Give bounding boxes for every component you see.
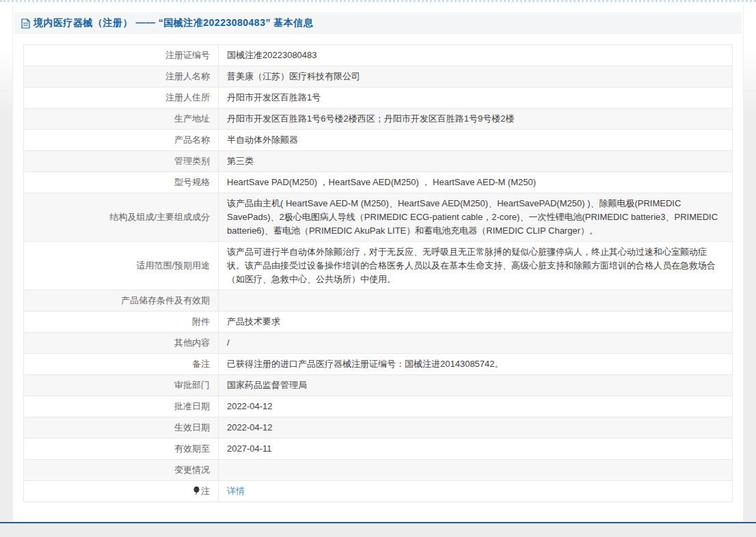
row-value: HeartSave PAD(M250) ，HeartSave AED(M250)…: [219, 172, 733, 193]
row-label: 适用范围/预期用途: [24, 242, 219, 290]
table-row: 产品储存条件及有效期: [24, 290, 733, 312]
page-header: 境内医疗器械（注册） —— “国械注准20223080483” 基本信息: [14, 12, 742, 34]
top-dotted-divider: [0, 0, 756, 2]
row-label: 注: [24, 481, 219, 502]
row-label: 批准日期: [24, 396, 219, 417]
row-label-text: 有效期至: [174, 443, 210, 454]
table-row: 生产地址丹阳市开发区百胜路1号6号楼2楼西区；丹阳市开发区百胜路1号9号楼2楼: [24, 109, 733, 130]
table-row: 产品名称半自动体外除颤器: [24, 130, 733, 151]
table-row: 注册人住所丹阳市开发区百胜路1号: [24, 87, 733, 109]
row-label-text: 注册人住所: [165, 92, 210, 102]
row-value: 半自动体外除颤器: [219, 130, 733, 151]
row-label: 注册人名称: [24, 66, 219, 87]
row-value: 2027-04-11: [219, 439, 733, 460]
row-label-text: 其他内容: [174, 338, 210, 348]
row-label: 产品名称: [24, 130, 219, 151]
row-value: 第三类: [219, 151, 733, 172]
table-row: 其他内容/: [24, 333, 733, 354]
row-label: 其他内容: [24, 333, 219, 354]
row-value: /: [219, 333, 733, 354]
row-value: 国械注准20223080483: [219, 45, 733, 66]
row-label: 备注: [24, 354, 219, 375]
row-value: 2022-04-12: [219, 417, 733, 439]
row-label-text: 审批部门: [174, 380, 210, 390]
row-label: 产品储存条件及有效期: [24, 290, 219, 312]
row-label-text: 注: [201, 486, 210, 496]
row-label: 管理类别: [24, 151, 219, 172]
row-value: 该产品由主机( HeartSave AED-M (M250)、HeartSave…: [219, 193, 733, 242]
row-label-text: 生效日期: [174, 422, 210, 432]
table-row: 注详情: [24, 481, 733, 502]
table-row: 附件产品技术要求: [24, 312, 733, 333]
page-title: 境内医疗器械（注册） —— “国械注准20223080483” 基本信息: [33, 17, 313, 29]
row-label-text: 批准日期: [174, 401, 210, 411]
footer-strip: [0, 523, 756, 537]
row-value: 2022-04-12: [219, 396, 733, 417]
row-label-text: 备注: [192, 359, 210, 369]
row-label-text: 结构及组成/主要组成成分: [109, 212, 210, 222]
row-label-text: 型号规格: [174, 177, 210, 187]
row-value: 普美康（江苏）医疗科技有限公司: [219, 66, 733, 87]
table-row: 注册人名称普美康（江苏）医疗科技有限公司: [24, 66, 733, 87]
row-value: 产品技术要求: [219, 312, 733, 333]
row-label: 注册人住所: [24, 87, 219, 109]
row-value: [219, 460, 733, 481]
row-label-text: 变更情况: [174, 465, 210, 475]
row-label-text: 注册证编号: [165, 50, 210, 60]
table-row: 备注已获得注册的进口产品医疗器械注册证编号：国械注进20143085742。: [24, 354, 733, 375]
row-label-text: 产品储存条件及有效期: [121, 295, 210, 305]
content-panel: 境内医疗器械（注册） —— “国械注准20223080483” 基本信息 注册证…: [12, 5, 744, 522]
row-label: 附件: [24, 312, 219, 333]
table-row: 变更情况: [24, 460, 733, 481]
row-value: 已获得注册的进口产品医疗器械注册证编号：国械注进20143085742。: [219, 354, 733, 375]
table-wrapper: 注册证编号国械注准20223080483注册人名称普美康（江苏）医疗科技有限公司…: [23, 44, 733, 502]
table-row: 生效日期2022-04-12: [24, 417, 733, 439]
table-row: 结构及组成/主要组成成分该产品由主机( HeartSave AED-M (M25…: [24, 193, 733, 242]
row-label-text: 附件: [192, 316, 210, 327]
row-label: 有效期至: [24, 439, 219, 460]
row-value: 该产品可进行半自动体外除颤治疗，对于无反应、无呼吸且无正常脉搏的疑似心脏骤停病人…: [219, 242, 733, 290]
row-value: 丹阳市开发区百胜路1号: [219, 87, 733, 109]
row-label: 生效日期: [24, 417, 219, 439]
balloon-icon: [193, 486, 201, 496]
row-label: 型号规格: [24, 172, 219, 193]
row-label: 生产地址: [24, 109, 219, 130]
row-value: [219, 290, 733, 312]
row-label-text: 管理类别: [174, 156, 210, 166]
row-label: 注册证编号: [24, 45, 219, 66]
table-row: 注册证编号国械注准20223080483: [24, 45, 733, 66]
row-label-text: 生产地址: [174, 113, 210, 124]
row-label-text: 适用范围/预期用途: [136, 260, 210, 271]
table-row: 审批部门国家药品监督管理局: [24, 375, 733, 396]
row-label: 结构及组成/主要组成成分: [24, 193, 219, 242]
table-row: 管理类别第三类: [24, 151, 733, 172]
detail-link[interactable]: 详情: [227, 486, 245, 496]
row-value: 详情: [219, 481, 733, 502]
document-icon: [21, 18, 30, 29]
table-row: 有效期至2027-04-11: [24, 439, 733, 460]
row-label: 审批部门: [24, 375, 219, 396]
info-table: 注册证编号国械注准20223080483注册人名称普美康（江苏）医疗科技有限公司…: [23, 44, 733, 502]
row-value: 丹阳市开发区百胜路1号6号楼2楼西区；丹阳市开发区百胜路1号9号楼2楼: [219, 109, 733, 130]
row-value: 国家药品监督管理局: [219, 375, 733, 396]
table-row: 批准日期2022-04-12: [24, 396, 733, 417]
row-label-text: 产品名称: [174, 135, 210, 145]
row-label: 变更情况: [24, 460, 219, 481]
row-label-text: 注册人名称: [165, 71, 210, 81]
table-row: 型号规格HeartSave PAD(M250) ，HeartSave AED(M…: [24, 172, 733, 193]
table-row: 适用范围/预期用途该产品可进行半自动体外除颤治疗，对于无反应、无呼吸且无正常脉搏…: [24, 242, 733, 290]
